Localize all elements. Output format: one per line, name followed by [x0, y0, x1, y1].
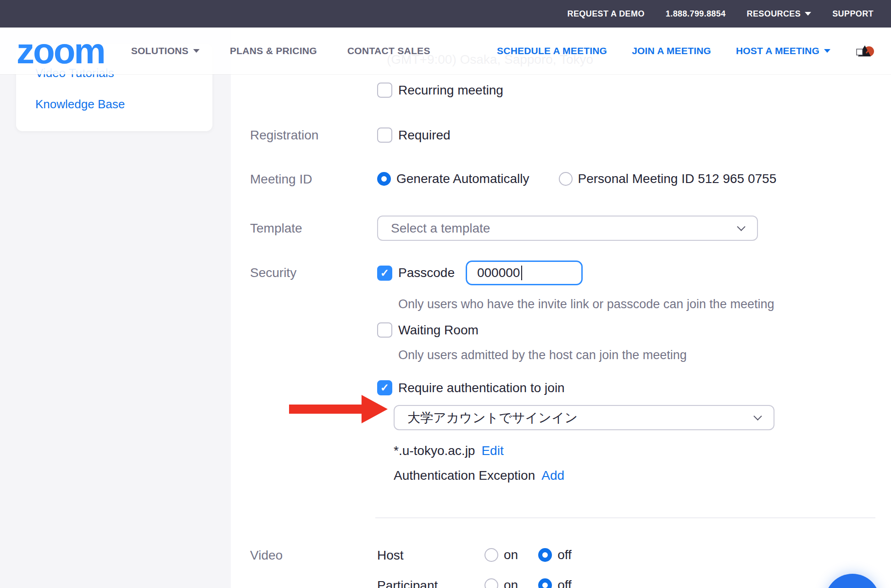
security-label: Security: [250, 261, 377, 285]
zoom-schedule-meeting-page: { "topbar": { "request_demo": "REQUEST A…: [0, 0, 891, 588]
profile-avatar[interactable]: [855, 42, 874, 60]
participant-video-off-label: off: [557, 578, 572, 588]
zoom-logo[interactable]: zoom: [17, 37, 105, 65]
nav-right-group: SCHEDULE A MEETING JOIN A MEETING HOST A…: [497, 42, 874, 60]
nav-plans-pricing-link[interactable]: PLANS & PRICING: [230, 45, 317, 56]
video-host-label: Host: [377, 548, 484, 563]
passcode-value: 000000: [477, 266, 520, 280]
auth-domain-row: *.u-tokyo.ac.jp Edit: [394, 444, 774, 458]
chevron-down-icon: [737, 222, 745, 231]
resources-label: RESOURCES: [747, 9, 801, 19]
support-link[interactable]: SUPPORT: [832, 9, 874, 19]
chevron-down-icon: [193, 49, 200, 53]
host-video-off-option[interactable]: off: [538, 548, 572, 562]
nav-join-meeting-link[interactable]: JOIN A MEETING: [632, 45, 711, 56]
passcode-input[interactable]: 000000: [466, 261, 583, 285]
participant-video-on-option[interactable]: on: [484, 578, 518, 588]
waiting-room-helper-text: Only users admitted by the host can join…: [398, 348, 774, 363]
registration-required-option[interactable]: Required: [377, 128, 451, 143]
video-participant-options: on off: [484, 578, 572, 588]
auth-domain-value: *.u-tokyo.ac.jp: [394, 444, 475, 458]
waiting-room-option[interactable]: Waiting Room: [377, 322, 774, 338]
security-controls: ✓ Passcode 000000 Only users who have th…: [377, 261, 774, 483]
request-demo-link[interactable]: REQUEST A DEMO: [568, 9, 645, 19]
generate-automatically-radio[interactable]: [377, 172, 391, 186]
chevron-down-icon: [805, 12, 811, 16]
registration-required-label: Required: [398, 128, 451, 143]
solutions-label: SOLUTIONS: [131, 45, 189, 56]
recurring-meeting-row: Recurring meeting: [250, 83, 891, 98]
template-select[interactable]: Select a template: [377, 216, 758, 241]
auth-method-select[interactable]: 大学アカウントでサインイン: [394, 405, 774, 430]
auth-domain-edit-link[interactable]: Edit: [481, 444, 503, 458]
passcode-option[interactable]: ✓ Passcode: [377, 266, 455, 281]
nav-host-meeting-menu[interactable]: HOST A MEETING: [736, 45, 830, 56]
host-video-off-radio[interactable]: [538, 548, 552, 562]
video-participant-row: Participant on off: [250, 578, 891, 588]
nav-schedule-meeting-link[interactable]: SCHEDULE A MEETING: [497, 45, 607, 56]
nav-solutions-menu[interactable]: SOLUTIONS: [131, 45, 200, 56]
require-auth-option[interactable]: ✓ Require authentication to join: [377, 380, 774, 395]
auth-exception-add-link[interactable]: Add: [541, 468, 564, 483]
waiting-room-label: Waiting Room: [398, 323, 479, 338]
text-cursor: [521, 266, 522, 280]
template-label: Template: [250, 216, 377, 241]
chevron-down-icon: [753, 412, 762, 420]
schedule-meeting-form: Recurring meeting Registration Required …: [250, 74, 891, 588]
host-video-on-radio[interactable]: [484, 548, 498, 562]
video-host-row: Video Host on off: [250, 548, 891, 563]
phone-number[interactable]: 1.888.799.8854: [666, 9, 726, 19]
top-utility-bar: REQUEST A DEMO 1.888.799.8854 RESOURCES …: [0, 0, 891, 28]
recurring-meeting-label: Recurring meeting: [398, 83, 503, 98]
auth-method-value: 大学アカウントでサインイン: [407, 409, 578, 427]
template-row: Template Select a template: [250, 216, 891, 241]
require-auth-label: Require authentication to join: [398, 381, 565, 395]
registration-row: Registration Required: [250, 128, 891, 143]
passcode-checkbox[interactable]: ✓: [377, 266, 392, 281]
template-select-value: Select a template: [391, 221, 490, 236]
video-host-options: on off: [484, 548, 572, 562]
generate-automatically-label: Generate Automatically: [396, 172, 529, 186]
nav-contact-sales-link[interactable]: CONTACT SALES: [347, 45, 430, 56]
sidebar-link-knowledge-base[interactable]: Knowledge Base: [35, 97, 125, 111]
chevron-down-icon: [824, 49, 830, 53]
meeting-id-label: Meeting ID: [250, 172, 377, 187]
waiting-room-checkbox[interactable]: [377, 322, 392, 338]
personal-meeting-id-radio[interactable]: [559, 172, 573, 186]
host-video-on-label: on: [504, 548, 518, 562]
host-video-off-label: off: [557, 548, 572, 562]
participant-video-off-radio[interactable]: [538, 578, 552, 588]
meeting-id-options: Generate Automatically Personal Meeting …: [377, 172, 776, 186]
passcode-label: Passcode: [398, 266, 455, 280]
participant-video-off-option[interactable]: off: [538, 578, 572, 588]
security-row: Security ✓ Passcode 000000 Only users wh…: [250, 261, 891, 483]
recurring-meeting-checkbox[interactable]: [377, 83, 392, 98]
passcode-row: ✓ Passcode 000000: [377, 261, 774, 285]
meeting-id-row: Meeting ID Generate Automatically Person…: [250, 172, 891, 187]
require-auth-checkbox[interactable]: ✓: [377, 380, 392, 395]
participant-video-on-label: on: [504, 578, 518, 588]
video-participant-label: Participant: [377, 578, 484, 588]
recurring-meeting-option[interactable]: Recurring meeting: [377, 83, 503, 98]
section-divider: [375, 517, 875, 518]
main-nav-header: zoom SOLUTIONS PLANS & PRICING CONTACT S…: [0, 28, 891, 74]
auth-exception-label: Authentication Exception: [394, 468, 535, 483]
participant-video-on-radio[interactable]: [484, 578, 498, 588]
registration-required-checkbox[interactable]: [377, 128, 392, 143]
avatar-frame-shape: [857, 49, 863, 55]
host-meeting-label: HOST A MEETING: [736, 45, 819, 56]
auth-exception-row: Authentication Exception Add: [394, 468, 774, 483]
host-video-on-option[interactable]: on: [484, 548, 518, 562]
registration-label: Registration: [250, 128, 377, 143]
video-label: Video: [250, 548, 377, 563]
passcode-helper-text: Only users who have the invite link or p…: [398, 297, 774, 312]
nav-left-group: SOLUTIONS PLANS & PRICING CONTACT SALES: [131, 45, 430, 56]
generate-automatically-option[interactable]: Generate Automatically: [377, 172, 529, 186]
personal-meeting-id-option[interactable]: Personal Meeting ID 512 965 0755: [559, 172, 777, 186]
personal-meeting-id-label: Personal Meeting ID 512 965 0755: [578, 172, 777, 186]
resources-menu[interactable]: RESOURCES: [747, 9, 812, 19]
